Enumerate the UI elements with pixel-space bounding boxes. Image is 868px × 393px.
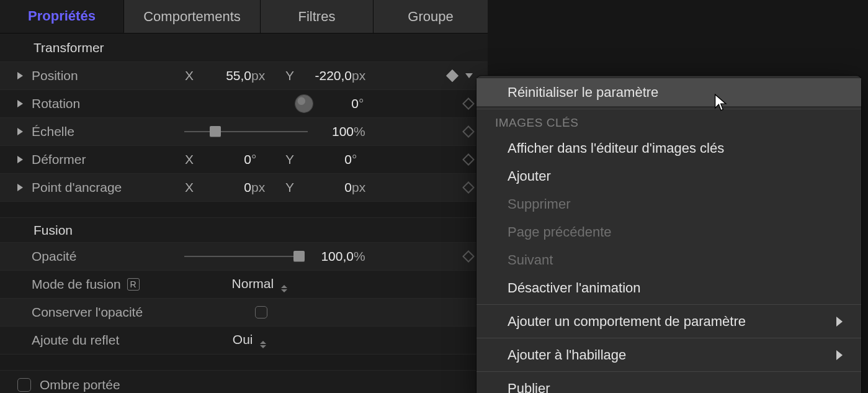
anchor-y-value[interactable]: 0 xyxy=(298,180,352,195)
menu-label: Ajouter à l'habillage xyxy=(508,347,626,363)
menu-add-parameter-behavior[interactable]: Ajouter un comportement de paramètre xyxy=(477,307,861,335)
animation-context-menu: Réinitialiser le paramètre IMAGES CLÉS A… xyxy=(477,76,861,393)
menu-next-keyframe: Suivant xyxy=(477,246,861,274)
tab-label: Groupe xyxy=(408,9,453,25)
menu-separator xyxy=(477,109,861,109)
scale-value[interactable]: 100 xyxy=(314,124,354,139)
row-opacity: Opacité 100,0 % xyxy=(0,243,488,271)
menu-label: Afficher dans l'éditeur d'images clés xyxy=(508,140,724,156)
unit-label: ° xyxy=(352,152,373,167)
tab-label: Filtres xyxy=(298,9,336,25)
menu-add-keyframe[interactable]: Ajouter xyxy=(477,162,861,190)
row-drop-shadow: Ombre portée xyxy=(0,371,488,393)
menu-delete-keyframe: Supprimer xyxy=(477,190,861,218)
blend-mode-value: Normal xyxy=(232,276,274,291)
param-label: Point d'ancrage xyxy=(32,180,181,195)
keyframe-diamond-icon[interactable] xyxy=(462,153,475,166)
casts-reflection-popup[interactable]: Oui xyxy=(233,332,267,348)
opacity-slider[interactable] xyxy=(184,255,299,258)
slider-thumb[interactable] xyxy=(293,251,305,262)
row-anchor-point: Point d'ancrage X 0 px Y 0 px xyxy=(0,174,488,202)
scale-slider[interactable] xyxy=(184,130,308,133)
keyframe-diamond-icon[interactable] xyxy=(462,250,475,263)
rotation-dial[interactable] xyxy=(295,95,313,112)
row-preserve-opacity: Conserver l'opacité xyxy=(0,299,488,327)
rotation-value[interactable]: 0 xyxy=(319,96,359,111)
row-rotation: Rotation 0 ° xyxy=(0,90,488,118)
menu-publish[interactable]: Publier xyxy=(477,374,861,393)
tab-properties[interactable]: Propriétés xyxy=(0,0,124,33)
submenu-arrow-icon xyxy=(836,350,843,360)
param-label: Conserver l'opacité xyxy=(32,305,143,320)
axis-y-label: Y xyxy=(281,180,298,195)
shear-x-value[interactable]: 0 xyxy=(198,152,251,167)
axis-x-label: X xyxy=(181,152,198,167)
shear-y-value[interactable]: 0 xyxy=(298,152,352,167)
tab-group[interactable]: Groupe xyxy=(374,0,488,33)
disclosure-triangle-icon[interactable] xyxy=(17,184,23,191)
disclosure-triangle-icon[interactable] xyxy=(17,72,23,79)
preserve-opacity-checkbox[interactable] xyxy=(255,306,267,318)
position-x-value[interactable]: 55,0 xyxy=(198,68,251,83)
menu-label: Ajouter un comportement de paramètre xyxy=(508,314,746,330)
section-label: Fusion xyxy=(34,223,73,238)
tab-label: Propriétés xyxy=(28,8,96,24)
param-label: Déformer xyxy=(32,152,181,167)
menu-disable-animation[interactable]: Désactiver l'animation xyxy=(477,274,861,302)
submenu-arrow-icon xyxy=(836,317,843,327)
row-scale: Échelle 100 % xyxy=(0,118,488,146)
unit-label: px xyxy=(352,180,373,195)
blend-mode-popup[interactable]: Normal xyxy=(232,276,288,292)
drop-shadow-checkbox[interactable] xyxy=(17,378,31,392)
axis-y-label: Y xyxy=(281,68,298,83)
param-label: Ombre portée xyxy=(40,377,120,392)
section-divider xyxy=(0,202,488,218)
tab-label: Comportements xyxy=(143,9,241,25)
row-casts-reflection: Ajoute du reflet Oui xyxy=(0,327,488,355)
menu-label: Suivant xyxy=(508,252,553,268)
inspector-panel: Propriétés Comportements Filtres Groupe … xyxy=(0,0,488,393)
keyframe-diamond-icon[interactable] xyxy=(462,125,475,138)
param-label: Opacité xyxy=(32,249,181,264)
unit-label: ° xyxy=(359,96,371,111)
section-divider xyxy=(0,355,488,371)
anchor-x-value[interactable]: 0 xyxy=(198,180,251,195)
keyframe-diamond-icon[interactable] xyxy=(446,70,459,82)
keyframe-diamond-icon[interactable] xyxy=(462,181,475,194)
row-blend-mode: Mode de fusion R Normal xyxy=(0,271,488,299)
param-label: Ajoute du reflet xyxy=(32,333,119,348)
section-label: Transformer xyxy=(34,40,104,55)
rig-badge-icon[interactable]: R xyxy=(127,278,140,291)
menu-label: Réinitialiser le paramètre xyxy=(508,84,658,101)
animation-menu-icon[interactable] xyxy=(465,73,473,78)
menu-label: Désactiver l'animation xyxy=(508,280,641,296)
popup-arrows-icon xyxy=(260,341,266,348)
disclosure-triangle-icon[interactable] xyxy=(17,156,23,163)
menu-show-in-keyframe-editor[interactable]: Afficher dans l'éditeur d'images clés xyxy=(477,134,861,162)
casts-reflection-value: Oui xyxy=(233,332,253,346)
menu-previous-keyframe: Page précédente xyxy=(477,218,861,246)
opacity-value[interactable]: 100,0 xyxy=(305,249,354,264)
keyframe-diamond-icon[interactable] xyxy=(462,97,475,110)
menu-section-keyframes: IMAGES CLÉS xyxy=(477,112,861,134)
axis-y-label: Y xyxy=(281,152,298,167)
menu-separator xyxy=(477,371,861,372)
menu-label: Publier xyxy=(508,381,550,394)
menu-label: Ajouter xyxy=(508,168,551,184)
section-blending: Fusion xyxy=(0,218,488,243)
tab-filters[interactable]: Filtres xyxy=(261,0,374,33)
menu-reset-parameter[interactable]: Réinitialiser le paramètre xyxy=(477,78,861,106)
disclosure-triangle-icon[interactable] xyxy=(17,128,23,135)
unit-label: px xyxy=(251,180,272,195)
menu-add-to-rig[interactable]: Ajouter à l'habillage xyxy=(477,341,861,369)
menu-separator xyxy=(477,338,861,338)
unit-label: px xyxy=(251,68,272,83)
menu-label: Page précédente xyxy=(508,224,612,240)
section-transform: Transformer xyxy=(0,34,488,62)
tab-behaviors[interactable]: Comportements xyxy=(124,0,261,33)
position-y-value[interactable]: -220,0 xyxy=(298,68,352,83)
menu-header-label: IMAGES CLÉS xyxy=(495,116,578,130)
row-shear: Déformer X 0 ° Y 0 ° xyxy=(0,146,488,174)
disclosure-triangle-icon[interactable] xyxy=(17,100,23,107)
slider-thumb[interactable] xyxy=(210,126,221,137)
